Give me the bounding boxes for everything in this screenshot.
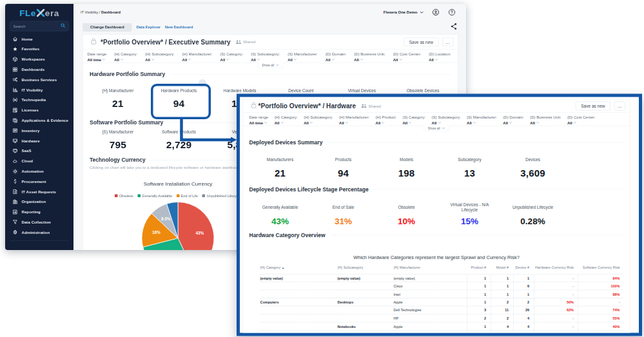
pie-chart[interactable]: 43%16%8.0% (139, 200, 217, 251)
filter-value-dropdown[interactable]: All (220, 57, 244, 62)
data-explorer-link[interactable]: Data Explorer (137, 25, 161, 29)
sort-asc-icon: ▲ (282, 266, 284, 269)
sidebar-item-label: Data Collection (22, 220, 51, 224)
filter-value-dropdown[interactable]: All (339, 120, 369, 125)
pie-slice-obsolete[interactable] (178, 202, 214, 251)
column-header-model-[interactable]: Model # (491, 263, 514, 274)
sidebar-item-data-collection[interactable]: Data Collection (5, 217, 73, 227)
legend-item-obsolete: Obsolete (115, 194, 133, 198)
filter-value-dropdown[interactable]: All (275, 120, 298, 125)
table-row: Intel111-88% (260, 290, 624, 298)
sidebar-item-dashboards[interactable]: Dashboards (5, 64, 73, 75)
cell-value: 21 (525, 332, 529, 336)
filter-value: All (402, 120, 407, 125)
breadcrumb-prefix[interactable]: IT Visibility / (81, 10, 101, 14)
column-header-product-[interactable]: Product # (467, 263, 491, 274)
filter-value-dropdown[interactable]: All (393, 57, 422, 62)
account-menu[interactable]: Flexera One Demo (384, 10, 424, 15)
cell-subcat (338, 306, 394, 314)
sidebar-item-favorites[interactable]: Favorites (5, 44, 73, 54)
filter-value-dropdown[interactable]: All (326, 57, 346, 62)
column-header-software-currency-risk[interactable]: Software Currency Risk (578, 263, 624, 274)
hw-save-as-new-button[interactable]: Save as new (576, 101, 610, 110)
support-icon[interactable] (432, 8, 440, 16)
filter-value-dropdown[interactable]: All (304, 120, 333, 125)
new-dashboard-link[interactable]: New Dashboard (165, 25, 193, 29)
filter-value-dropdown[interactable]: All (288, 57, 318, 62)
sidebar-item-administration[interactable]: Administration (5, 227, 73, 238)
filter-value-dropdown[interactable]: All time (88, 57, 107, 62)
cell-device: 2 (514, 298, 534, 306)
filter-value-dropdown[interactable]: All (432, 120, 461, 125)
sidebar-item-automation[interactable]: Automation (5, 166, 73, 177)
cell-value: HP (394, 316, 399, 320)
sidebar-item-hardware[interactable]: Hardware (5, 135, 73, 146)
change-dashboard-button[interactable]: Change Dashboard (83, 23, 132, 32)
exec-save-as-new-button[interactable]: Save as new (404, 37, 438, 46)
sidebar-item-organization[interactable]: Organization (5, 197, 73, 207)
cell-value: Notebooks (338, 324, 356, 328)
cell-value: 1 (484, 292, 486, 296)
filter-value-dropdown[interactable]: All (503, 120, 523, 125)
filter--s-manufacturer-: (S) Manufacturer:All (288, 52, 318, 63)
sidebar-item-business-services[interactable]: Business Services (5, 75, 73, 85)
hw-more-button[interactable]: ... (614, 101, 625, 110)
cell-manu: Apple (394, 322, 467, 331)
search-input[interactable] (14, 24, 61, 28)
hw-category-title: Hardware Category Overview (249, 232, 326, 238)
sidebar-item-procurement[interactable]: Procurement (5, 177, 73, 187)
filter-value-dropdown[interactable]: All (251, 57, 280, 62)
filter-value-dropdown[interactable]: All (429, 57, 451, 62)
sidebar-item-applications-evidence[interactable]: Applications & Evidence (5, 115, 73, 126)
filter-value-dropdown[interactable]: All (376, 120, 396, 125)
exec-more-button[interactable]: ... (443, 37, 454, 46)
list-box-icon (12, 128, 18, 133)
help-icon[interactable] (448, 8, 456, 16)
filter--h-subcategory-: (H) Subcategory:All (304, 115, 333, 126)
sidebar-item-technopedia[interactable]: Technopedia (5, 95, 73, 105)
column-header--h-category[interactable]: (H) Category▲ (260, 263, 338, 274)
filter-value-dropdown[interactable]: All (530, 120, 561, 125)
share-icon[interactable] (451, 23, 457, 32)
filter-value-dropdown[interactable]: All (567, 120, 596, 125)
lock-icon (251, 102, 257, 110)
column-header-label: Software Currency Risk (583, 265, 620, 269)
exec-show-all-button[interactable]: Show all (258, 63, 283, 68)
cell-hwrisk: - (534, 274, 578, 282)
cell-model: 1 (491, 282, 514, 291)
filter-value-dropdown[interactable]: All (354, 57, 385, 62)
search-icon[interactable] (61, 23, 66, 30)
flexera-logo[interactable]: FLeera (5, 8, 73, 18)
sidebar-item-inventory[interactable]: Inventory (5, 126, 73, 136)
kpi-obsolete: Obsolete10% (375, 202, 438, 227)
sidebar-search (10, 21, 69, 32)
filter-value-dropdown[interactable]: All (182, 57, 213, 62)
filter-value-dropdown[interactable]: All (402, 120, 425, 125)
cell-value: 4 (507, 324, 509, 328)
filter-label: (D) Domain: (326, 52, 346, 57)
sidebar-item-saas[interactable]: SaaS (5, 146, 73, 156)
filter-value-dropdown[interactable]: All time (249, 120, 269, 125)
filter-value-dropdown[interactable]: All (467, 120, 497, 125)
device-icon (12, 138, 18, 144)
filter-value-dropdown[interactable]: All (145, 57, 174, 62)
sidebar-item-it-asset-requests[interactable]: IT Asset Requests (5, 186, 73, 197)
legend-swatch (177, 194, 180, 197)
cell-swrisk: 74% (578, 306, 624, 314)
sidebar-item-home[interactable]: Home (5, 34, 73, 44)
sidebar-item-reporting[interactable]: Reporting (5, 207, 73, 217)
kpi-label: (H) Manufacturer (88, 88, 149, 93)
column-header--h-subcategory[interactable]: (H) Subcategory (338, 263, 394, 274)
sidebar-item-cloud[interactable]: Cloud (5, 156, 73, 166)
column-header-hardware-currency-risk[interactable]: Hardware Currency Risk (534, 263, 578, 274)
sidebar-item-workspaces[interactable]: Workspaces (5, 54, 73, 64)
column-header-label: (H) Manufacturer (394, 265, 421, 269)
filter-value-dropdown[interactable]: All (114, 57, 137, 62)
sidebar-item-it-visibility[interactable]: IT Visibility (5, 84, 73, 95)
column-header--h-manufacturer[interactable]: (H) Manufacturer (394, 263, 467, 274)
hw-show-all-button[interactable]: Show all (424, 126, 449, 131)
column-header-device-[interactable]: Device # (514, 263, 534, 274)
cell-value: 50% (567, 300, 574, 304)
sidebar-item-licenses[interactable]: Licenses (5, 105, 73, 115)
screenshot-stage: FLeera HomeFavoritesWorkspacesDashboards… (0, 0, 644, 337)
